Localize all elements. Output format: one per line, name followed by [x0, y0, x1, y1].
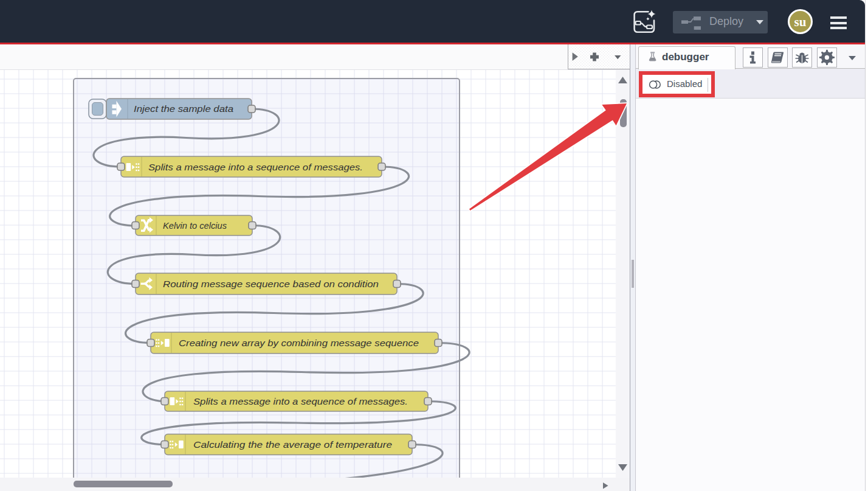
svg-text:Calculating the the average of: Calculating the the average of temperatu… — [193, 439, 392, 450]
svg-text:Kelvin to celcius: Kelvin to celcius — [163, 220, 227, 231]
svg-text:Routing message sequence based: Routing message sequence based on condit… — [163, 279, 379, 289]
svg-text:Inject the sample data: Inject the sample data — [134, 103, 233, 114]
svg-text:Creating new array by combinin: Creating new array by combining message … — [179, 338, 419, 348]
svg-text:Splits a message into a sequen: Splits a message into a sequence of mess… — [193, 396, 408, 406]
svg-text:Splits a message into a sequen: Splits a message into a sequence of mess… — [148, 162, 363, 172]
